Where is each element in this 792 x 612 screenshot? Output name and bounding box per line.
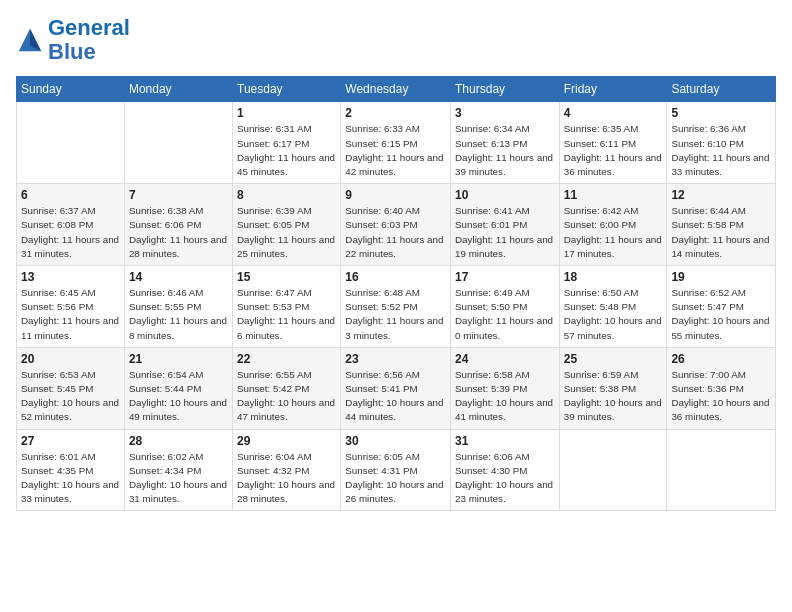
day-number: 23: [345, 352, 446, 366]
calendar-table: SundayMondayTuesdayWednesdayThursdayFrid…: [16, 76, 776, 511]
calendar-cell: 15Sunrise: 6:47 AMSunset: 5:53 PMDayligh…: [233, 266, 341, 348]
page: General Blue SundayMondayTuesdayWednesda…: [0, 0, 792, 612]
day-number: 19: [671, 270, 771, 284]
weekday-header-row: SundayMondayTuesdayWednesdayThursdayFrid…: [17, 77, 776, 102]
day-info: Sunrise: 6:37 AMSunset: 6:08 PMDaylight:…: [21, 204, 120, 261]
day-info: Sunrise: 6:06 AMSunset: 4:30 PMDaylight:…: [455, 450, 555, 507]
day-info: Sunrise: 6:42 AMSunset: 6:00 PMDaylight:…: [564, 204, 663, 261]
calendar-cell: 18Sunrise: 6:50 AMSunset: 5:48 PMDayligh…: [559, 266, 667, 348]
weekday-header: Monday: [124, 77, 232, 102]
calendar-cell: 1Sunrise: 6:31 AMSunset: 6:17 PMDaylight…: [233, 102, 341, 184]
calendar-cell: 28Sunrise: 6:02 AMSunset: 4:34 PMDayligh…: [124, 429, 232, 511]
day-info: Sunrise: 7:00 AMSunset: 5:36 PMDaylight:…: [671, 368, 771, 425]
day-number: 11: [564, 188, 663, 202]
calendar-week-row: 6Sunrise: 6:37 AMSunset: 6:08 PMDaylight…: [17, 184, 776, 266]
day-number: 8: [237, 188, 336, 202]
day-number: 3: [455, 106, 555, 120]
calendar-week-row: 20Sunrise: 6:53 AMSunset: 5:45 PMDayligh…: [17, 347, 776, 429]
calendar-cell: 30Sunrise: 6:05 AMSunset: 4:31 PMDayligh…: [341, 429, 451, 511]
day-info: Sunrise: 6:50 AMSunset: 5:48 PMDaylight:…: [564, 286, 663, 343]
calendar-cell: 31Sunrise: 6:06 AMSunset: 4:30 PMDayligh…: [451, 429, 560, 511]
calendar-cell: [559, 429, 667, 511]
day-info: Sunrise: 6:54 AMSunset: 5:44 PMDaylight:…: [129, 368, 228, 425]
day-number: 10: [455, 188, 555, 202]
calendar-week-row: 1Sunrise: 6:31 AMSunset: 6:17 PMDaylight…: [17, 102, 776, 184]
day-info: Sunrise: 6:02 AMSunset: 4:34 PMDaylight:…: [129, 450, 228, 507]
day-number: 27: [21, 434, 120, 448]
day-number: 25: [564, 352, 663, 366]
day-info: Sunrise: 6:39 AMSunset: 6:05 PMDaylight:…: [237, 204, 336, 261]
day-number: 28: [129, 434, 228, 448]
day-info: Sunrise: 6:34 AMSunset: 6:13 PMDaylight:…: [455, 122, 555, 179]
day-info: Sunrise: 6:47 AMSunset: 5:53 PMDaylight:…: [237, 286, 336, 343]
day-info: Sunrise: 6:55 AMSunset: 5:42 PMDaylight:…: [237, 368, 336, 425]
day-number: 14: [129, 270, 228, 284]
day-number: 16: [345, 270, 446, 284]
day-number: 1: [237, 106, 336, 120]
day-number: 6: [21, 188, 120, 202]
calendar-cell: 29Sunrise: 6:04 AMSunset: 4:32 PMDayligh…: [233, 429, 341, 511]
day-number: 17: [455, 270, 555, 284]
calendar-cell: 20Sunrise: 6:53 AMSunset: 5:45 PMDayligh…: [17, 347, 125, 429]
calendar-cell: [17, 102, 125, 184]
day-info: Sunrise: 6:59 AMSunset: 5:38 PMDaylight:…: [564, 368, 663, 425]
calendar-cell: [667, 429, 776, 511]
calendar-cell: 19Sunrise: 6:52 AMSunset: 5:47 PMDayligh…: [667, 266, 776, 348]
calendar-cell: 23Sunrise: 6:56 AMSunset: 5:41 PMDayligh…: [341, 347, 451, 429]
calendar-cell: 21Sunrise: 6:54 AMSunset: 5:44 PMDayligh…: [124, 347, 232, 429]
calendar-cell: 14Sunrise: 6:46 AMSunset: 5:55 PMDayligh…: [124, 266, 232, 348]
day-info: Sunrise: 6:53 AMSunset: 5:45 PMDaylight:…: [21, 368, 120, 425]
weekday-header: Tuesday: [233, 77, 341, 102]
day-number: 13: [21, 270, 120, 284]
day-info: Sunrise: 6:41 AMSunset: 6:01 PMDaylight:…: [455, 204, 555, 261]
day-number: 15: [237, 270, 336, 284]
calendar-cell: 3Sunrise: 6:34 AMSunset: 6:13 PMDaylight…: [451, 102, 560, 184]
calendar-cell: [124, 102, 232, 184]
day-info: Sunrise: 6:04 AMSunset: 4:32 PMDaylight:…: [237, 450, 336, 507]
day-info: Sunrise: 6:48 AMSunset: 5:52 PMDaylight:…: [345, 286, 446, 343]
day-number: 9: [345, 188, 446, 202]
day-info: Sunrise: 6:31 AMSunset: 6:17 PMDaylight:…: [237, 122, 336, 179]
weekday-header: Wednesday: [341, 77, 451, 102]
logo-icon: [16, 26, 44, 54]
day-number: 18: [564, 270, 663, 284]
day-info: Sunrise: 6:38 AMSunset: 6:06 PMDaylight:…: [129, 204, 228, 261]
calendar-cell: 16Sunrise: 6:48 AMSunset: 5:52 PMDayligh…: [341, 266, 451, 348]
day-info: Sunrise: 6:05 AMSunset: 4:31 PMDaylight:…: [345, 450, 446, 507]
day-number: 20: [21, 352, 120, 366]
day-info: Sunrise: 6:44 AMSunset: 5:58 PMDaylight:…: [671, 204, 771, 261]
day-number: 7: [129, 188, 228, 202]
day-info: Sunrise: 6:56 AMSunset: 5:41 PMDaylight:…: [345, 368, 446, 425]
day-info: Sunrise: 6:35 AMSunset: 6:11 PMDaylight:…: [564, 122, 663, 179]
day-info: Sunrise: 6:36 AMSunset: 6:10 PMDaylight:…: [671, 122, 771, 179]
day-number: 2: [345, 106, 446, 120]
day-number: 30: [345, 434, 446, 448]
calendar-cell: 13Sunrise: 6:45 AMSunset: 5:56 PMDayligh…: [17, 266, 125, 348]
calendar-cell: 2Sunrise: 6:33 AMSunset: 6:15 PMDaylight…: [341, 102, 451, 184]
day-info: Sunrise: 6:49 AMSunset: 5:50 PMDaylight:…: [455, 286, 555, 343]
logo-general: General: [48, 15, 130, 40]
calendar-cell: 9Sunrise: 6:40 AMSunset: 6:03 PMDaylight…: [341, 184, 451, 266]
calendar-week-row: 27Sunrise: 6:01 AMSunset: 4:35 PMDayligh…: [17, 429, 776, 511]
day-info: Sunrise: 6:52 AMSunset: 5:47 PMDaylight:…: [671, 286, 771, 343]
day-info: Sunrise: 6:33 AMSunset: 6:15 PMDaylight:…: [345, 122, 446, 179]
day-info: Sunrise: 6:45 AMSunset: 5:56 PMDaylight:…: [21, 286, 120, 343]
calendar-cell: 7Sunrise: 6:38 AMSunset: 6:06 PMDaylight…: [124, 184, 232, 266]
weekday-header: Sunday: [17, 77, 125, 102]
calendar-cell: 5Sunrise: 6:36 AMSunset: 6:10 PMDaylight…: [667, 102, 776, 184]
day-info: Sunrise: 6:40 AMSunset: 6:03 PMDaylight:…: [345, 204, 446, 261]
weekday-header: Friday: [559, 77, 667, 102]
calendar-cell: 25Sunrise: 6:59 AMSunset: 5:38 PMDayligh…: [559, 347, 667, 429]
weekday-header: Saturday: [667, 77, 776, 102]
day-info: Sunrise: 6:01 AMSunset: 4:35 PMDaylight:…: [21, 450, 120, 507]
calendar-week-row: 13Sunrise: 6:45 AMSunset: 5:56 PMDayligh…: [17, 266, 776, 348]
day-number: 24: [455, 352, 555, 366]
day-number: 12: [671, 188, 771, 202]
calendar-cell: 11Sunrise: 6:42 AMSunset: 6:00 PMDayligh…: [559, 184, 667, 266]
calendar-cell: 22Sunrise: 6:55 AMSunset: 5:42 PMDayligh…: [233, 347, 341, 429]
day-number: 31: [455, 434, 555, 448]
calendar-cell: 26Sunrise: 7:00 AMSunset: 5:36 PMDayligh…: [667, 347, 776, 429]
logo-text: General Blue: [48, 16, 130, 64]
calendar-cell: 24Sunrise: 6:58 AMSunset: 5:39 PMDayligh…: [451, 347, 560, 429]
day-number: 22: [237, 352, 336, 366]
